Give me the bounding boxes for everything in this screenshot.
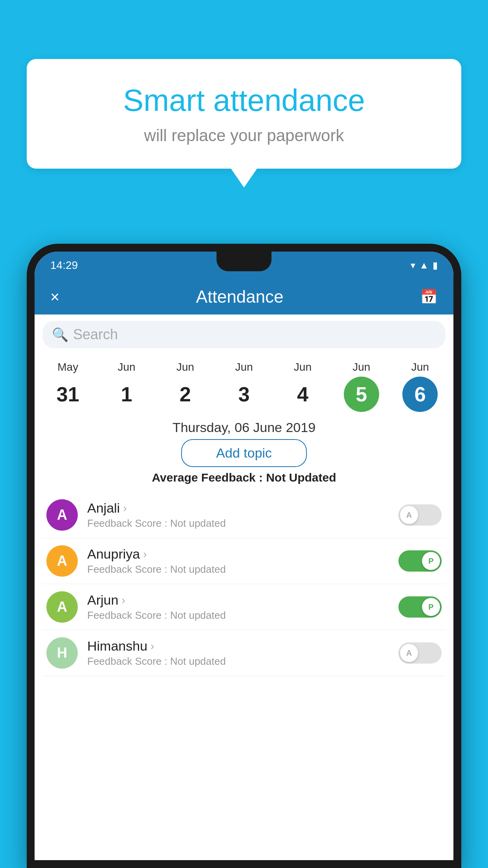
toggle-knob-1: P: [422, 552, 440, 570]
date-num-2[interactable]: 2: [168, 377, 203, 412]
date-num-4[interactable]: 4: [285, 377, 320, 412]
avatar-3: H: [46, 637, 78, 669]
student-info-3: Himanshu ›Feedback Score : Not updated: [87, 638, 389, 668]
date-picker: May31Jun1Jun2Jun3Jun4Jun5Jun6: [35, 355, 453, 412]
student-feedback-1: Feedback Score : Not updated: [87, 563, 389, 576]
notch: [216, 252, 272, 271]
toggle-container-1[interactable]: P: [398, 550, 442, 572]
date-col-6[interactable]: Jun6: [400, 361, 440, 412]
app-header: × Attendance 📅: [35, 279, 453, 314]
student-name-1: Anupriya ›: [87, 546, 389, 562]
attendance-toggle-2[interactable]: P: [398, 596, 442, 618]
toggle-container-0[interactable]: A: [398, 504, 442, 526]
date-month-2: Jun: [176, 361, 194, 373]
status-bar: 14:29 ▾ ▲ ▮: [35, 252, 453, 279]
status-icons: ▾ ▲ ▮: [411, 260, 438, 271]
student-item-2[interactable]: AArjun ›Feedback Score : Not updatedP: [42, 584, 446, 630]
avatar-0: A: [46, 499, 78, 531]
student-info-1: Anupriya ›Feedback Score : Not updated: [87, 546, 389, 576]
student-feedback-3: Feedback Score : Not updated: [87, 655, 389, 668]
student-list: AAnjali ›Feedback Score : Not updatedAAA…: [35, 492, 453, 676]
toggle-container-2[interactable]: P: [398, 596, 442, 618]
toggle-knob-3: A: [400, 644, 418, 662]
signal-icon: ▲: [419, 260, 429, 271]
add-topic-button[interactable]: Add topic: [181, 439, 307, 467]
date-col-1[interactable]: Jun1: [107, 361, 146, 412]
attendance-toggle-1[interactable]: P: [398, 550, 442, 572]
attendance-toggle-0[interactable]: A: [398, 504, 442, 526]
student-feedback-2: Feedback Score : Not updated: [87, 609, 389, 622]
toggle-container-3[interactable]: A: [398, 642, 442, 664]
wifi-icon: ▾: [411, 260, 415, 271]
avg-feedback-label: Average Feedback :: [152, 471, 266, 484]
student-item-3[interactable]: HHimanshu ›Feedback Score : Not updatedA: [42, 630, 446, 676]
date-month-3: Jun: [235, 361, 253, 373]
search-bar[interactable]: 🔍 Search: [42, 321, 446, 348]
date-num-0[interactable]: 31: [50, 377, 86, 412]
speech-bubble: Smart attendance will replace your paper…: [27, 59, 461, 169]
search-icon: 🔍: [52, 327, 68, 342]
selected-date-label: Thursday, 06 June 2019: [35, 420, 453, 435]
student-name-0: Anjali ›: [87, 500, 389, 516]
student-name-3: Himanshu ›: [87, 638, 389, 654]
speech-bubble-container: Smart attendance will replace your paper…: [27, 59, 461, 169]
date-num-3[interactable]: 3: [226, 377, 262, 412]
avatar-1: A: [46, 545, 78, 577]
attendance-toggle-3[interactable]: A: [398, 642, 442, 664]
date-num-1[interactable]: 1: [109, 377, 144, 412]
bubble-title: Smart attendance: [58, 83, 430, 118]
chevron-icon: ›: [143, 548, 147, 561]
student-feedback-0: Feedback Score : Not updated: [87, 517, 389, 530]
student-info-0: Anjali ›Feedback Score : Not updated: [87, 500, 389, 530]
chevron-icon: ›: [150, 640, 154, 653]
date-col-2[interactable]: Jun2: [166, 361, 205, 412]
close-button[interactable]: ×: [50, 288, 59, 306]
date-month-6: Jun: [411, 361, 429, 373]
student-name-2: Arjun ›: [87, 592, 389, 608]
date-num-6[interactable]: 6: [402, 377, 438, 412]
toggle-knob-2: P: [422, 598, 440, 616]
date-month-1: Jun: [118, 361, 136, 373]
phone-frame: 14:29 ▾ ▲ ▮ × Attendance 📅 🔍 Search May3…: [27, 244, 461, 868]
date-month-5: Jun: [352, 361, 370, 373]
battery-icon: ▮: [433, 260, 438, 271]
avg-feedback-value: Not Updated: [266, 471, 336, 484]
date-num-5[interactable]: 5: [344, 377, 379, 412]
search-input[interactable]: Search: [73, 326, 118, 343]
date-col-0[interactable]: May31: [48, 361, 88, 412]
avg-feedback: Average Feedback : Not Updated: [35, 471, 453, 484]
chevron-icon: ›: [123, 502, 127, 515]
avatar-2: A: [46, 591, 78, 623]
date-col-4[interactable]: Jun4: [283, 361, 322, 412]
date-month-0: May: [57, 361, 78, 373]
student-item-1[interactable]: AAnupriya ›Feedback Score : Not updatedP: [42, 538, 446, 584]
toggle-knob-0: A: [400, 506, 418, 524]
header-title: Attendance: [196, 287, 284, 307]
status-time: 14:29: [50, 259, 78, 272]
bubble-subtitle: will replace your paperwork: [58, 126, 430, 145]
phone-inner: 14:29 ▾ ▲ ▮ × Attendance 📅 🔍 Search May3…: [35, 252, 453, 860]
student-item-0[interactable]: AAnjali ›Feedback Score : Not updatedA: [42, 492, 446, 538]
calendar-icon[interactable]: 📅: [420, 289, 438, 305]
student-info-2: Arjun ›Feedback Score : Not updated: [87, 592, 389, 622]
chevron-icon: ›: [121, 594, 125, 607]
date-col-3[interactable]: Jun3: [224, 361, 264, 412]
date-col-5[interactable]: Jun5: [342, 361, 381, 412]
date-month-4: Jun: [294, 361, 312, 373]
